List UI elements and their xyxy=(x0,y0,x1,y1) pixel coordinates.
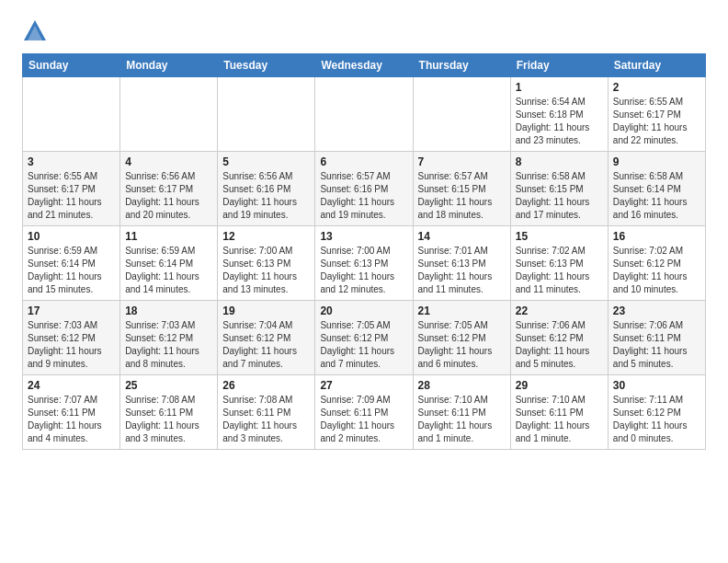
day-number: 13 xyxy=(320,230,407,243)
day-number: 24 xyxy=(28,379,115,392)
header-cell-thursday: Thursday xyxy=(413,54,510,77)
day-info: Sunrise: 7:06 AM Sunset: 6:12 PM Dayligh… xyxy=(516,319,603,371)
logo xyxy=(22,18,51,44)
day-cell: 23Sunrise: 7:06 AM Sunset: 6:11 PM Dayli… xyxy=(608,301,705,375)
header-cell-sunday: Sunday xyxy=(23,54,120,77)
day-info: Sunrise: 7:05 AM Sunset: 6:12 PM Dayligh… xyxy=(418,319,506,371)
day-cell: 20Sunrise: 7:05 AM Sunset: 6:12 PM Dayli… xyxy=(315,301,413,375)
day-cell: 26Sunrise: 7:08 AM Sunset: 6:11 PM Dayli… xyxy=(218,375,315,450)
header xyxy=(22,18,706,44)
day-cell xyxy=(413,77,510,152)
day-cell: 9Sunrise: 6:58 AM Sunset: 6:14 PM Daylig… xyxy=(608,152,705,226)
day-info: Sunrise: 6:55 AM Sunset: 6:17 PM Dayligh… xyxy=(28,170,115,222)
day-number: 16 xyxy=(613,230,700,243)
header-cell-wednesday: Wednesday xyxy=(315,54,413,77)
day-cell: 13Sunrise: 7:00 AM Sunset: 6:13 PM Dayli… xyxy=(315,226,413,301)
day-cell: 15Sunrise: 7:02 AM Sunset: 6:13 PM Dayli… xyxy=(510,226,608,301)
day-number: 7 xyxy=(418,155,506,168)
day-cell: 16Sunrise: 7:02 AM Sunset: 6:12 PM Dayli… xyxy=(608,226,705,301)
week-row-4: 17Sunrise: 7:03 AM Sunset: 6:12 PM Dayli… xyxy=(23,301,706,375)
week-row-2: 3Sunrise: 6:55 AM Sunset: 6:17 PM Daylig… xyxy=(23,152,706,226)
day-cell: 5Sunrise: 6:56 AM Sunset: 6:16 PM Daylig… xyxy=(218,152,315,226)
day-number: 26 xyxy=(222,379,310,392)
header-cell-monday: Monday xyxy=(120,54,218,77)
day-number: 12 xyxy=(222,230,310,243)
page: SundayMondayTuesdayWednesdayThursdayFrid… xyxy=(0,0,728,563)
day-cell: 27Sunrise: 7:09 AM Sunset: 6:11 PM Dayli… xyxy=(315,375,413,450)
day-cell: 22Sunrise: 7:06 AM Sunset: 6:12 PM Dayli… xyxy=(510,301,608,375)
day-info: Sunrise: 6:57 AM Sunset: 6:15 PM Dayligh… xyxy=(418,170,506,222)
header-cell-tuesday: Tuesday xyxy=(218,54,315,77)
day-info: Sunrise: 6:56 AM Sunset: 6:16 PM Dayligh… xyxy=(222,170,310,222)
day-number: 3 xyxy=(28,155,115,168)
day-info: Sunrise: 7:06 AM Sunset: 6:11 PM Dayligh… xyxy=(613,319,700,371)
day-info: Sunrise: 7:10 AM Sunset: 6:11 PM Dayligh… xyxy=(516,394,603,445)
day-cell: 29Sunrise: 7:10 AM Sunset: 6:11 PM Dayli… xyxy=(510,375,608,450)
day-info: Sunrise: 7:11 AM Sunset: 6:12 PM Dayligh… xyxy=(613,394,700,445)
day-cell: 14Sunrise: 7:01 AM Sunset: 6:13 PM Dayli… xyxy=(413,226,510,301)
day-info: Sunrise: 6:54 AM Sunset: 6:18 PM Dayligh… xyxy=(516,96,603,147)
day-info: Sunrise: 7:10 AM Sunset: 6:11 PM Dayligh… xyxy=(418,394,506,445)
calendar-body: 1Sunrise: 6:54 AM Sunset: 6:18 PM Daylig… xyxy=(23,77,706,450)
header-row: SundayMondayTuesdayWednesdayThursdayFrid… xyxy=(23,54,706,77)
day-info: Sunrise: 6:59 AM Sunset: 6:14 PM Dayligh… xyxy=(28,245,115,296)
day-info: Sunrise: 7:03 AM Sunset: 6:12 PM Dayligh… xyxy=(28,319,115,371)
day-cell: 25Sunrise: 7:08 AM Sunset: 6:11 PM Dayli… xyxy=(120,375,218,450)
day-cell: 28Sunrise: 7:10 AM Sunset: 6:11 PM Dayli… xyxy=(413,375,510,450)
day-cell xyxy=(218,77,315,152)
day-number: 2 xyxy=(613,81,700,94)
day-cell xyxy=(120,77,218,152)
day-info: Sunrise: 7:02 AM Sunset: 6:13 PM Dayligh… xyxy=(516,245,603,296)
day-info: Sunrise: 6:58 AM Sunset: 6:15 PM Dayligh… xyxy=(516,170,603,222)
day-cell: 24Sunrise: 7:07 AM Sunset: 6:11 PM Dayli… xyxy=(23,375,120,450)
day-info: Sunrise: 7:02 AM Sunset: 6:12 PM Dayligh… xyxy=(613,245,700,296)
day-info: Sunrise: 6:56 AM Sunset: 6:17 PM Dayligh… xyxy=(125,170,212,222)
day-cell: 19Sunrise: 7:04 AM Sunset: 6:12 PM Dayli… xyxy=(218,301,315,375)
day-number: 20 xyxy=(320,304,407,317)
day-cell xyxy=(315,77,413,152)
day-number: 1 xyxy=(516,81,603,94)
day-number: 25 xyxy=(125,379,212,392)
day-cell: 1Sunrise: 6:54 AM Sunset: 6:18 PM Daylig… xyxy=(510,77,608,152)
day-number: 9 xyxy=(613,155,700,168)
day-number: 8 xyxy=(516,155,603,168)
day-info: Sunrise: 7:01 AM Sunset: 6:13 PM Dayligh… xyxy=(418,245,506,296)
day-cell xyxy=(23,77,120,152)
day-number: 27 xyxy=(320,379,407,392)
day-number: 6 xyxy=(320,155,407,168)
day-cell: 17Sunrise: 7:03 AM Sunset: 6:12 PM Dayli… xyxy=(23,301,120,375)
day-number: 28 xyxy=(418,379,506,392)
day-cell: 2Sunrise: 6:55 AM Sunset: 6:17 PM Daylig… xyxy=(608,77,705,152)
day-info: Sunrise: 7:05 AM Sunset: 6:12 PM Dayligh… xyxy=(320,319,407,371)
week-row-1: 1Sunrise: 6:54 AM Sunset: 6:18 PM Daylig… xyxy=(23,77,706,152)
day-number: 11 xyxy=(125,230,212,243)
header-cell-saturday: Saturday xyxy=(608,54,705,77)
day-number: 17 xyxy=(28,304,115,317)
day-info: Sunrise: 7:08 AM Sunset: 6:11 PM Dayligh… xyxy=(222,394,310,445)
day-info: Sunrise: 7:04 AM Sunset: 6:12 PM Dayligh… xyxy=(222,319,310,371)
day-info: Sunrise: 6:57 AM Sunset: 6:16 PM Dayligh… xyxy=(320,170,407,222)
day-cell: 21Sunrise: 7:05 AM Sunset: 6:12 PM Dayli… xyxy=(413,301,510,375)
day-cell: 18Sunrise: 7:03 AM Sunset: 6:12 PM Dayli… xyxy=(120,301,218,375)
day-info: Sunrise: 7:03 AM Sunset: 6:12 PM Dayligh… xyxy=(125,319,212,371)
day-number: 21 xyxy=(418,304,506,317)
day-number: 14 xyxy=(418,230,506,243)
day-info: Sunrise: 7:07 AM Sunset: 6:11 PM Dayligh… xyxy=(28,394,115,445)
day-number: 10 xyxy=(28,230,115,243)
week-row-3: 10Sunrise: 6:59 AM Sunset: 6:14 PM Dayli… xyxy=(23,226,706,301)
day-info: Sunrise: 7:09 AM Sunset: 6:11 PM Dayligh… xyxy=(320,394,407,445)
day-cell: 3Sunrise: 6:55 AM Sunset: 6:17 PM Daylig… xyxy=(23,152,120,226)
day-cell: 11Sunrise: 6:59 AM Sunset: 6:14 PM Dayli… xyxy=(120,226,218,301)
day-cell: 30Sunrise: 7:11 AM Sunset: 6:12 PM Dayli… xyxy=(608,375,705,450)
day-info: Sunrise: 7:08 AM Sunset: 6:11 PM Dayligh… xyxy=(125,394,212,445)
day-number: 5 xyxy=(222,155,310,168)
day-number: 18 xyxy=(125,304,212,317)
calendar-header: SundayMondayTuesdayWednesdayThursdayFrid… xyxy=(23,54,706,77)
day-info: Sunrise: 6:55 AM Sunset: 6:17 PM Dayligh… xyxy=(613,96,700,147)
day-cell: 4Sunrise: 6:56 AM Sunset: 6:17 PM Daylig… xyxy=(120,152,218,226)
day-number: 29 xyxy=(516,379,603,392)
logo-icon xyxy=(22,18,48,44)
calendar-table: SundayMondayTuesdayWednesdayThursdayFrid… xyxy=(22,53,706,450)
day-cell: 7Sunrise: 6:57 AM Sunset: 6:15 PM Daylig… xyxy=(413,152,510,226)
day-cell: 12Sunrise: 7:00 AM Sunset: 6:13 PM Dayli… xyxy=(218,226,315,301)
